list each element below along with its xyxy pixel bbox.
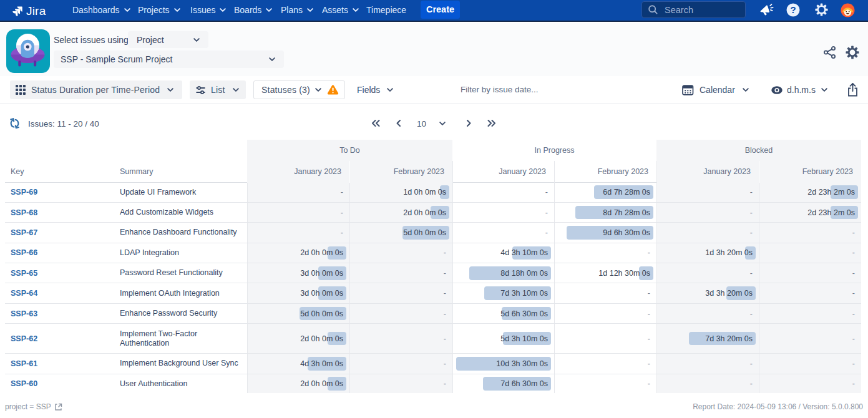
svg-text:?: ?	[790, 4, 796, 15]
